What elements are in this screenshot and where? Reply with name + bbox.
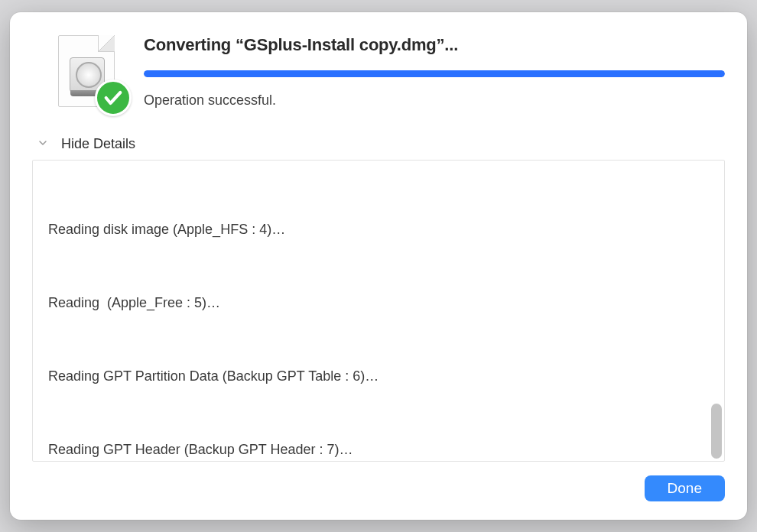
status-text: Operation successful. <box>144 92 725 109</box>
log-line: Reading GPT Header (Backup GPT Header : … <box>48 437 709 462</box>
details-log-content: Reading disk image (Apple_HFS : 4)… Read… <box>48 168 709 462</box>
scrollbar[interactable] <box>711 163 722 459</box>
convert-progress-dialog: Converting “GSplus-Install copy.dmg”... … <box>10 12 747 520</box>
details-log-box[interactable]: Reading disk image (Apple_HFS : 4)… Read… <box>32 160 725 462</box>
chevron-down-icon <box>37 137 49 152</box>
progress-fill <box>144 70 725 77</box>
details-toggle[interactable]: Hide Details <box>32 136 725 152</box>
done-button[interactable]: Done <box>645 475 725 501</box>
log-line: Reading (Apple_Free : 5)… <box>48 290 709 315</box>
scrollbar-thumb[interactable] <box>711 404 722 459</box>
log-line: Reading GPT Partition Data (Backup GPT T… <box>48 364 709 388</box>
checkmark-icon <box>95 79 132 116</box>
button-row: Done <box>32 475 725 501</box>
disk-image-success-icon <box>58 35 124 112</box>
details-toggle-label: Hide Details <box>61 136 135 152</box>
progress-bar <box>144 70 725 77</box>
log-line: Reading disk image (Apple_HFS : 4)… <box>48 217 709 242</box>
dialog-title: Converting “GSplus-Install copy.dmg”... <box>144 35 725 55</box>
header-text-block: Converting “GSplus-Install copy.dmg”... … <box>144 35 725 109</box>
dialog-header: Converting “GSplus-Install copy.dmg”... … <box>32 35 725 112</box>
